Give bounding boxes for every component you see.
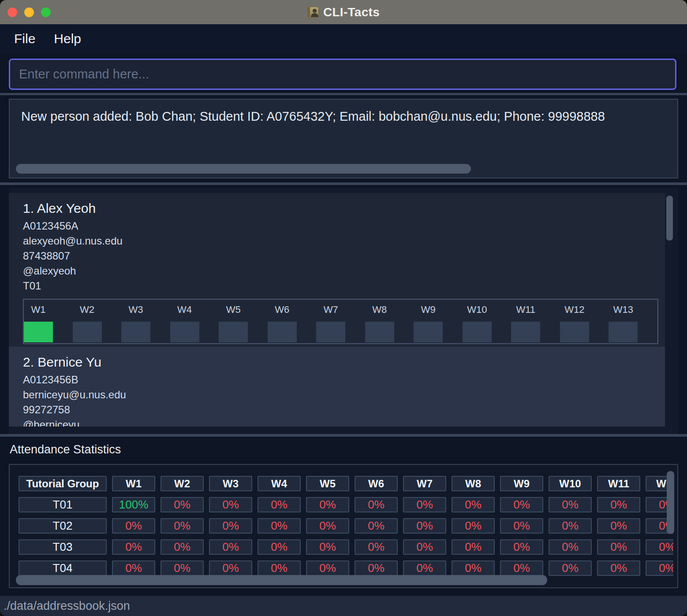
person-card[interactable]: 1. Alex Yeoh A0123456A alexyeoh@u.nus.ed… [9,193,665,347]
week-column: W7 [316,304,365,342]
person-email: berniceyu@u.nus.edu [23,387,665,402]
stats-value-cell: 0% [549,560,592,576]
stats-value-cell: 0% [549,539,592,555]
stats-value-cell: 0% [452,518,495,534]
stats-value-cell: 0% [112,539,155,555]
person-name: 2. Bernice Yu [23,354,665,371]
stats-value-cell: 0% [112,518,155,534]
attendance-statistics-title: Attendance Statistics [10,443,121,456]
week-attendance-square [365,322,394,342]
stats-header-row: Tutorial GroupW1W2W3W4W5W6W7W8W9W10W11W1… [19,476,673,491]
stats-header-cell: Tutorial Group [19,476,107,491]
person-phone: 87438807 [23,249,665,263]
stats-horizontal-scrollbar[interactable] [16,575,547,585]
stats-value-cell: 0% [306,539,349,555]
week-attendance-square [463,322,492,342]
divider [0,434,687,437]
result-display: New person added: Bob Chan; Student ID: … [9,99,678,178]
week-label: W8 [365,304,394,315]
week-label: W7 [316,304,345,315]
stats-value-cell: 0% [597,560,640,576]
week-column: W4 [170,304,219,342]
week-attendance-square [609,322,638,342]
stats-value-cell: 0% [355,560,398,576]
week-attendance-square [24,322,53,342]
stats-value-cell: 0% [161,497,204,512]
menu-help[interactable]: Help [54,31,81,46]
stats-value-cell: 0% [306,560,349,576]
stats-value-cell: 0% [549,518,592,534]
person-tutorial-group: T01 [23,278,665,293]
week-column: W9 [414,304,463,342]
result-text: New person added: Bob Chan; Student ID: … [21,109,674,124]
week-column: W13 [609,304,657,342]
person-card[interactable]: 2. Bernice Yu A0123456B berniceyu@u.nus.… [9,347,665,427]
command-box [9,59,676,90]
person-telegram: @berniceyu [23,417,665,427]
divider [0,93,687,95]
week-label: W10 [463,304,492,315]
stats-group-cell: T03 [19,539,107,555]
menu-file[interactable]: File [14,31,35,46]
stats-value-cell: 0% [306,518,349,534]
stats-value-cell: 0% [161,560,204,576]
week-column: W12 [560,304,609,342]
week-attendance-square [219,322,248,342]
stats-header-cell: W5 [306,476,349,491]
week-attendance-square [268,322,297,342]
person-list-viewport: 1. Alex Yeoh A0123456A alexyeoh@u.nus.ed… [9,188,678,427]
stats-value-cell: 0% [161,539,204,555]
stats-value-cell: 0% [258,560,301,576]
week-column: W5 [219,304,268,342]
week-attendance-square [316,322,345,342]
stats-header-cell: W1 [112,476,155,491]
stats-value-cell: 0% [209,497,252,512]
stats-value-cell: 0% [355,518,398,534]
attendance-week-grid: W1W2W3W4W5W6W7W8W9W10W11W12W13 [23,299,658,344]
stats-value-cell: 0% [500,518,543,534]
stats-value-cell: 0% [403,560,446,576]
stats-header-cell: W8 [452,476,495,491]
person-name: 1. Alex Yeoh [23,200,665,217]
week-column: W1 [24,304,73,342]
stats-value-cell: 0% [500,560,543,576]
stats-value-cell: 0% [258,497,301,512]
week-label: W4 [170,304,199,315]
stats-header-cell: W6 [355,476,398,491]
stats-value-cell: 0% [597,539,640,555]
stats-value-cell: 0% [403,518,446,534]
week-column: W11 [511,304,560,342]
stats-group-cell: T01 [19,497,107,512]
stats-group-cell: T04 [19,560,107,576]
divider [0,182,687,185]
stats-value-cell: 0% [258,539,301,555]
command-input[interactable] [10,60,675,89]
stats-value-cell: 0% [355,497,398,512]
stats-value-cell: 0% [452,560,495,576]
week-attendance-square [170,322,199,342]
person-list-vertical-scrollbar[interactable] [666,196,673,241]
stats-vertical-scrollbar[interactable] [667,471,674,534]
attendance-statistics-panel: Tutorial GroupW1W2W3W4W5W6W7W8W9W10W11W1… [9,464,678,588]
result-horizontal-scrollbar[interactable] [16,164,471,174]
title-wrap: CLI-Tacts [0,0,687,24]
person-list-panel: 1. Alex Yeoh A0123456A alexyeoh@u.nus.ed… [9,188,678,434]
week-label: W11 [511,304,540,315]
week-column: W2 [73,304,122,342]
stats-value-cell: 0% [500,497,543,512]
week-column: W8 [365,304,414,342]
stats-row: T020%0%0%0%0%0%0%0%0%0%0%0% [19,518,673,534]
stats-value-cell: 0% [161,518,204,534]
week-column: W6 [268,304,317,342]
stats-value-cell: 0% [646,539,673,555]
stats-header-cell: W4 [258,476,301,491]
stats-header-cell: W11 [597,476,640,491]
week-attendance-square [560,322,589,342]
title-bar: CLI-Tacts [0,0,687,24]
stats-value-cell: 100% [112,497,155,512]
week-column: W3 [121,304,170,342]
app-window: CLI-Tacts File Help New person added: Bo… [0,0,687,616]
week-label: W5 [219,304,248,315]
stats-value-cell: 0% [597,497,640,512]
week-label: W9 [414,304,443,315]
